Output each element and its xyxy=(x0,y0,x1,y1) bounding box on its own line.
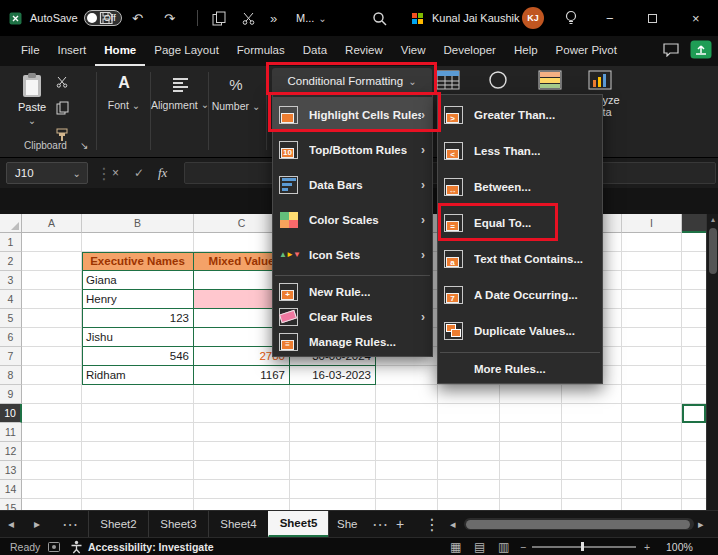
cell-H10[interactable] xyxy=(562,404,622,423)
cell-A6[interactable] xyxy=(22,328,82,347)
cell-B12[interactable] xyxy=(82,442,194,461)
cell-E15[interactable] xyxy=(376,499,438,510)
cut-small-button[interactable] xyxy=(56,74,68,92)
row-header-6[interactable]: 6 xyxy=(0,328,22,347)
cell-F15[interactable] xyxy=(438,499,500,510)
row-header-3[interactable]: 3 xyxy=(0,271,22,290)
insert-function-button[interactable]: fx xyxy=(158,158,167,188)
new-sheet-button[interactable]: + xyxy=(396,511,404,537)
cell-C13[interactable] xyxy=(194,461,290,480)
cell-G11[interactable] xyxy=(500,423,562,442)
row-header-13[interactable]: 13 xyxy=(0,461,22,480)
cell-D9[interactable] xyxy=(290,385,376,404)
cell-B5[interactable]: 123 xyxy=(82,309,194,328)
column-header-B[interactable]: B xyxy=(82,214,194,233)
cell-G10[interactable] xyxy=(500,404,562,423)
cell-E13[interactable] xyxy=(376,461,438,480)
cell-F12[interactable] xyxy=(438,442,500,461)
cell-D14[interactable] xyxy=(290,480,376,499)
minimize-button[interactable]: − xyxy=(606,0,614,36)
sheet-nav-right-button[interactable]: ▸ xyxy=(34,511,40,537)
cell-B15[interactable] xyxy=(82,499,194,510)
cell-A14[interactable] xyxy=(22,480,82,499)
tab-formulas[interactable]: Formulas xyxy=(228,36,294,66)
cell-B3[interactable]: Giana xyxy=(82,271,194,290)
zoom-slider[interactable] xyxy=(532,538,636,555)
row-header-5[interactable]: 5 xyxy=(0,309,22,328)
vertical-scrollbar-thumb[interactable] xyxy=(709,228,717,274)
cell-I7[interactable] xyxy=(622,347,682,366)
cell-B13[interactable] xyxy=(82,461,194,480)
share-button[interactable] xyxy=(690,40,712,63)
row-header-14[interactable]: 14 xyxy=(0,480,22,499)
cell-B11[interactable] xyxy=(82,423,194,442)
cell-F14[interactable] xyxy=(438,480,500,499)
sheet-list-more-left[interactable]: ⋯ xyxy=(62,511,78,537)
cell-C11[interactable] xyxy=(194,423,290,442)
cell-B6[interactable]: Jishu xyxy=(82,328,194,347)
horizontal-scrollbar[interactable] xyxy=(464,518,694,530)
cell-H9[interactable] xyxy=(562,385,622,404)
cell-D11[interactable] xyxy=(290,423,376,442)
cell-F11[interactable] xyxy=(438,423,500,442)
cell-B9[interactable] xyxy=(82,385,194,404)
page-layout-view-button[interactable]: ▤ xyxy=(474,538,485,555)
vertical-scrollbar[interactable]: ▴ xyxy=(706,214,718,510)
restore-button[interactable] xyxy=(648,0,657,36)
cell-C8[interactable]: 1167 xyxy=(194,366,290,385)
cell-I2[interactable] xyxy=(622,252,682,271)
cell-A3[interactable] xyxy=(22,271,82,290)
cell-A12[interactable] xyxy=(22,442,82,461)
cell-I14[interactable] xyxy=(622,480,682,499)
cell-H15[interactable] xyxy=(562,499,622,510)
undo-button[interactable]: ↶ xyxy=(132,0,143,36)
cell-C9[interactable] xyxy=(194,385,290,404)
cell-C10[interactable] xyxy=(194,404,290,423)
menu-item-duplicate-values[interactable]: Duplicate Values... xyxy=(438,313,602,349)
cell-E10[interactable] xyxy=(376,404,438,423)
close-button[interactable]: × xyxy=(692,0,700,36)
column-header-A[interactable]: A xyxy=(22,214,82,233)
menu-item-more-rules[interactable]: More Rules... xyxy=(438,356,602,381)
cell-I4[interactable] xyxy=(622,290,682,309)
cell-A15[interactable] xyxy=(22,499,82,510)
cell-I9[interactable] xyxy=(622,385,682,404)
column-header-I[interactable]: I xyxy=(622,214,682,233)
number-group-button[interactable]: % Number⌄ xyxy=(212,74,260,112)
cell-A7[interactable] xyxy=(22,347,82,366)
cell-B7[interactable]: 546 xyxy=(82,347,194,366)
cell-H14[interactable] xyxy=(562,480,622,499)
tab-page-layout[interactable]: Page Layout xyxy=(145,36,228,66)
search-button[interactable] xyxy=(372,0,387,36)
cell-I15[interactable] xyxy=(622,499,682,510)
shapes-button[interactable] xyxy=(488,70,508,90)
cell-B10[interactable] xyxy=(82,404,194,423)
menu-item-icon-sets[interactable]: ▲►▼Icon Sets› xyxy=(273,237,432,272)
hscroll-right-button[interactable]: ▸ xyxy=(698,511,704,537)
redo-button[interactable]: ↷ xyxy=(164,0,175,36)
cell-I8[interactable] xyxy=(622,366,682,385)
row-header-15[interactable]: 15 xyxy=(0,499,22,510)
cell-C15[interactable] xyxy=(194,499,290,510)
cell-E8[interactable] xyxy=(376,366,438,385)
page-break-view-button[interactable]: ▥ xyxy=(498,538,509,555)
cell-D8[interactable]: 16-03-2023 xyxy=(290,366,376,385)
copy-small-button[interactable] xyxy=(56,101,69,119)
cell-I11[interactable] xyxy=(622,423,682,442)
tab-power-pivot[interactable]: Power Pivot xyxy=(547,36,626,66)
accessibility-status[interactable]: Accessibility: Investigate xyxy=(70,538,213,555)
cell-A8[interactable] xyxy=(22,366,82,385)
conditional-formatting-button[interactable]: Conditional Formatting ⌄ xyxy=(272,68,432,94)
horizontal-scrollbar-thumb[interactable] xyxy=(466,520,690,529)
cell-E11[interactable] xyxy=(376,423,438,442)
cell-G9[interactable] xyxy=(500,385,562,404)
select-all-button[interactable] xyxy=(0,214,22,233)
row-header-9[interactable]: 9 xyxy=(0,385,22,404)
menu-item-less-than[interactable]: <Less Than... xyxy=(438,133,602,169)
cell-H13[interactable] xyxy=(562,461,622,480)
tell-me-button[interactable] xyxy=(564,0,578,36)
sheet-tab-sheet3[interactable]: Sheet3 xyxy=(148,511,208,537)
hscroll-left-button[interactable]: ◂ xyxy=(450,511,456,537)
cell-G12[interactable] xyxy=(500,442,562,461)
menu-item-equal-to[interactable]: =Equal To... xyxy=(438,205,602,241)
